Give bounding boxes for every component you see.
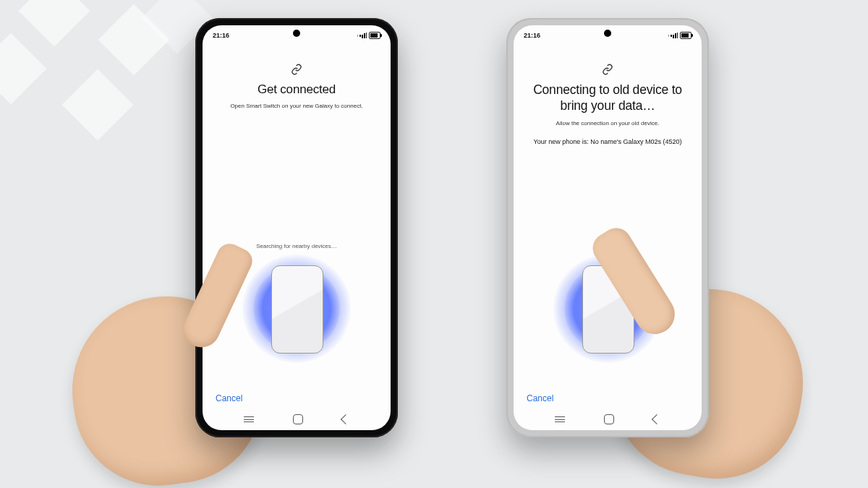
status-time: 21:16 xyxy=(213,32,229,39)
bg-tile xyxy=(0,33,46,105)
recents-icon[interactable] xyxy=(555,416,565,422)
wifi-icon xyxy=(661,32,668,39)
main-content: Get connected Open Smart Switch on your … xyxy=(203,43,391,381)
front-camera xyxy=(293,30,300,37)
screen-old: 21:16 Get connected Open Smart Switch on… xyxy=(203,25,391,430)
phone-old-device: 21:16 Get connected Open Smart Switch on… xyxy=(195,18,398,437)
home-icon[interactable] xyxy=(604,414,614,424)
footer: Cancel xyxy=(514,381,702,408)
screen-new: 21:16 Connecting to old device to bring … xyxy=(514,25,702,430)
status-time: 21:16 xyxy=(524,32,540,39)
searching-graphic xyxy=(246,258,347,359)
signal-icon xyxy=(359,33,367,38)
scene: 21:16 Get connected Open Smart Switch on… xyxy=(0,0,868,488)
back-icon[interactable] xyxy=(652,414,662,424)
page-subtitle: Allow the connection on your old device. xyxy=(556,120,660,127)
nav-bar xyxy=(203,408,391,430)
battery-icon xyxy=(680,32,692,39)
front-camera xyxy=(604,30,611,37)
main-content: Connecting to old device to bring your d… xyxy=(514,43,702,381)
cancel-button[interactable]: Cancel xyxy=(527,393,553,403)
bg-tile xyxy=(62,69,134,141)
cancel-button[interactable]: Cancel xyxy=(216,393,242,403)
page-subtitle: Open Smart Switch on your new Galaxy to … xyxy=(230,103,362,109)
footer: Cancel xyxy=(203,381,391,408)
device-outline-icon xyxy=(582,265,634,354)
searching-label: Searching for nearby devices… xyxy=(256,243,337,249)
back-icon[interactable] xyxy=(341,414,351,424)
nav-bar xyxy=(514,408,702,430)
device-outline-icon xyxy=(271,265,323,354)
phone-new-device: 21:16 Connecting to old device to bring … xyxy=(506,18,709,437)
link-icon xyxy=(602,64,613,75)
page-title: Get connected xyxy=(258,82,336,97)
bg-tile xyxy=(19,0,90,46)
link-icon xyxy=(291,64,302,75)
device-name-line: Your new phone is: No name's Galaxy M02s… xyxy=(534,138,682,145)
home-icon[interactable] xyxy=(293,414,303,424)
battery-icon xyxy=(369,32,380,39)
recents-icon[interactable] xyxy=(244,416,254,422)
signal-icon xyxy=(671,33,678,38)
connecting-graphic xyxy=(557,258,658,359)
wifi-icon xyxy=(350,32,357,39)
page-title: Connecting to old device to bring your d… xyxy=(525,82,690,114)
